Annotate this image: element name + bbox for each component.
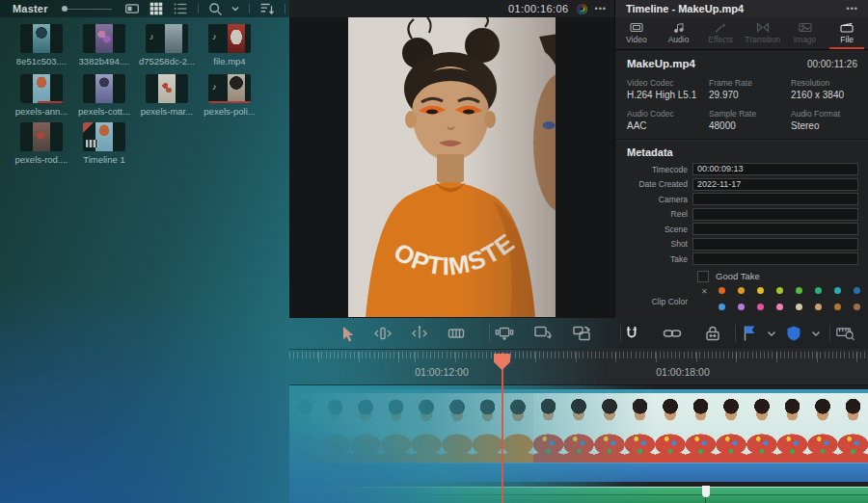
metadata-input-timecode[interactable]: 00:00:09:13 (692, 163, 858, 175)
thumbnail-art (33, 122, 50, 151)
metadata-input-shot[interactable] (692, 238, 858, 251)
tab-file[interactable]: File (826, 17, 868, 49)
inspector-title: Timeline - MakeUp.mp4 (626, 3, 847, 14)
divider (489, 325, 490, 342)
audio-clip[interactable] (289, 487, 868, 503)
marker-icon[interactable] (783, 323, 804, 344)
position-lock-icon[interactable] (702, 323, 723, 344)
clip-color-pink[interactable] (776, 304, 783, 310)
overwrite-clip-icon[interactable] (532, 323, 554, 344)
filmstrip-frame (807, 393, 838, 463)
clip-color-chocolate[interactable] (854, 304, 860, 310)
good-take-label: Good Take (716, 271, 760, 281)
replace-clip-icon[interactable] (571, 323, 592, 344)
tab-transition[interactable]: Transition (742, 17, 784, 49)
clip-color-teal[interactable] (834, 287, 841, 294)
tab-label: Effects (708, 35, 733, 44)
clip-color-apricot[interactable] (738, 287, 745, 294)
tab-effects[interactable]: Effects (699, 17, 742, 49)
media-pool-item[interactable]: Timeline 1 (72, 122, 136, 165)
good-take-checkbox[interactable] (697, 271, 709, 282)
metadata-heading: Metadata (615, 140, 868, 162)
file-tab-icon (840, 22, 854, 33)
selection-tool-icon[interactable] (336, 323, 357, 344)
clip-color-orange[interactable] (719, 287, 725, 294)
trim-edit-mode-icon[interactable] (372, 323, 393, 344)
filmstrip-frame (411, 393, 442, 463)
metadata-view-icon[interactable] (123, 0, 141, 17)
tab-video[interactable]: Video (615, 17, 658, 49)
media-pool-item[interactable]: 8e51c503.... (10, 24, 73, 66)
linked-selection-icon[interactable] (662, 323, 683, 344)
tab-label: Video (626, 35, 647, 44)
metadata-field-label: Take (615, 254, 688, 264)
media-pool-item[interactable]: pexels-cott... (72, 74, 136, 117)
dynamic-trim-mode-icon[interactable] (409, 323, 430, 344)
clip-color-violet[interactable] (757, 304, 764, 310)
clip-color-navy[interactable] (854, 287, 860, 294)
thumbnail-art (95, 74, 113, 103)
tab-audio[interactable]: Audio (658, 17, 700, 49)
media-pool-item[interactable]: ♪d75258dc-2... (135, 24, 199, 66)
media-pool-item[interactable]: ♪pexels-poli... (198, 74, 261, 117)
flag-icon[interactable] (739, 323, 760, 344)
insert-clip-icon[interactable] (494, 323, 515, 344)
metadata-input-reel[interactable] (692, 208, 858, 221)
usage-indicator (208, 101, 251, 103)
timeline-view-options-icon[interactable] (835, 323, 856, 344)
clip-color-lime[interactable] (776, 287, 783, 294)
color-wheel-icon[interactable] (577, 4, 587, 14)
media-pool-item[interactable]: pexels-rod.... (10, 122, 73, 165)
tab-label: Audio (668, 35, 690, 44)
metadata-field-label: Reel (615, 209, 688, 219)
viewer-options-icon[interactable]: ••• (595, 0, 607, 17)
flag-dropdown-icon[interactable] (766, 323, 777, 344)
metadata-input-camera[interactable] (692, 193, 858, 205)
media-item-label: d75258dc-2... (135, 56, 199, 66)
search-options-chevron-icon[interactable] (231, 4, 240, 13)
snapping-icon[interactable] (621, 323, 642, 344)
toolbar-group (494, 318, 592, 349)
clip-color-green[interactable] (815, 287, 822, 294)
viewer-timecode: 01:00:16:06 (508, 3, 569, 14)
metadata-input-take[interactable] (692, 252, 858, 265)
search-icon[interactable] (207, 1, 224, 17)
usage-indicator (38, 101, 63, 103)
tab-label: Image (794, 35, 817, 44)
clip-color-beige[interactable] (815, 304, 822, 310)
tab-label: File (840, 35, 854, 44)
inspector-tabs: VideoAudioEffectsTransitionImageFile (615, 17, 868, 50)
metadata-field-label: Camera (615, 195, 688, 204)
razor-tool-icon[interactable] (446, 323, 467, 344)
clip-color-brown[interactable] (834, 304, 841, 310)
media-pool-item[interactable]: 3382b494.... (72, 24, 136, 66)
clip-color-olive[interactable] (796, 287, 802, 294)
filmstrip-frame (533, 393, 564, 463)
metadata-input-scene[interactable] (692, 223, 858, 235)
ruler-timecode-label: 01:00:12:00 (415, 366, 468, 378)
filmstrip-frame (442, 393, 473, 463)
metadata-input-date-created[interactable]: 2022-11-17 (692, 178, 858, 191)
transition-tab-icon (756, 22, 770, 33)
marker-dropdown-icon[interactable] (810, 323, 822, 344)
timeline-ruler[interactable]: 01:00:12:0001:00:18:00 (289, 349, 868, 385)
clear-color-icon[interactable]: ✕ (701, 287, 708, 296)
clip-marker[interactable] (702, 486, 710, 497)
sort-icon[interactable] (258, 0, 276, 17)
tab-image[interactable]: Image (784, 17, 827, 49)
image-tab-icon (799, 22, 812, 33)
media-pool-item[interactable]: pexels-mar... (135, 74, 199, 117)
file-info-value: AAC (627, 120, 709, 131)
clip-color-tan[interactable] (796, 304, 802, 310)
video-clip[interactable] (289, 389, 868, 482)
list-view-icon[interactable] (172, 0, 189, 17)
clip-color-purple[interactable] (738, 304, 745, 310)
media-pool-item[interactable]: ♪file.mp4 (198, 24, 261, 66)
clip-color-blue[interactable] (719, 304, 725, 310)
inspector-options-icon[interactable]: ••• (847, 0, 858, 17)
viewer-stage[interactable]: OPTIMSTE (289, 17, 614, 318)
thumbnail-zoom-slider[interactable] (62, 6, 112, 12)
thumbnail-view-icon[interactable] (148, 0, 165, 17)
clip-color-yellow[interactable] (757, 287, 764, 294)
media-pool-item[interactable]: pexels-ann... (10, 74, 73, 117)
